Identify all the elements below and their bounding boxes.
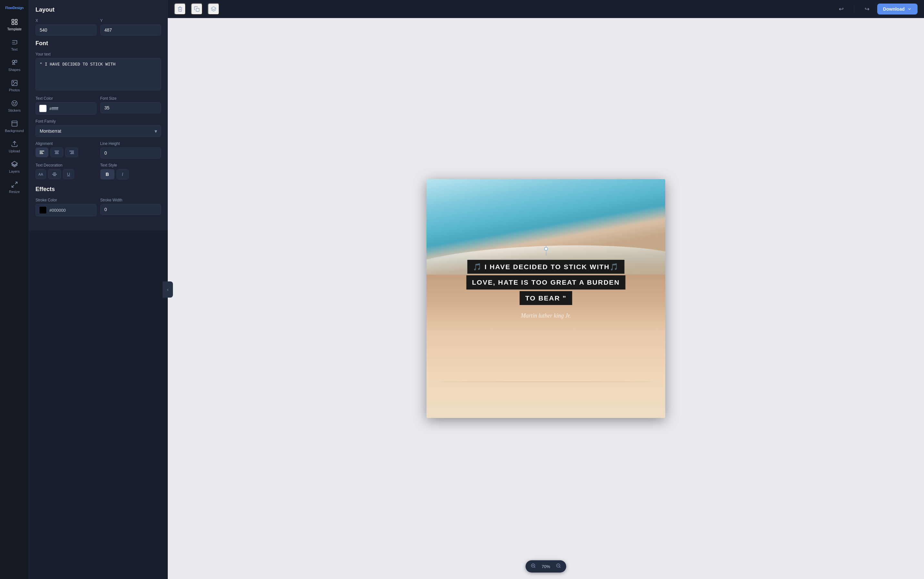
- svg-rect-3: [15, 23, 17, 25]
- app-logo: FlowDesign: [4, 3, 25, 15]
- align-left-button[interactable]: [36, 147, 48, 157]
- line-height-group: Line Height: [100, 141, 161, 159]
- align-center-icon: [54, 150, 59, 155]
- x-label: X: [36, 18, 96, 23]
- redo-button[interactable]: ↪: [862, 3, 872, 15]
- svg-rect-21: [71, 152, 74, 153]
- stroke-width-input[interactable]: [100, 204, 161, 215]
- stroke-color-input[interactable]: #000000: [36, 204, 96, 216]
- bold-button[interactable]: B: [100, 169, 114, 180]
- effects-section: Effects Stroke Color #000000 Stroke Widt…: [36, 186, 161, 216]
- svg-rect-2: [11, 23, 13, 25]
- your-text-label: Your text: [36, 52, 161, 56]
- quote-text-line1: 🎵 I HAVE DECIDED TO STICK WITH🎵: [467, 260, 625, 274]
- photos-icon: [11, 79, 18, 87]
- zoom-in-icon: [531, 563, 536, 568]
- sidebar-label-shapes: Shapes: [8, 68, 20, 72]
- sidebar-item-resize[interactable]: Resize: [0, 177, 29, 198]
- svg-rect-26: [196, 8, 199, 11]
- svg-rect-17: [54, 151, 59, 151]
- text-input[interactable]: " I HAVE DECIDED TO STICK WITH: [36, 58, 161, 90]
- text-color-group: Text Color #ffffff: [36, 96, 96, 114]
- color-size-row: Text Color #ffffff Font Size: [36, 96, 161, 114]
- svg-rect-23: [52, 174, 57, 175]
- design-canvas[interactable]: 🎵 I HAVE DECIDED TO STICK WITH🎵 LOVE, HA…: [426, 179, 665, 418]
- text-color-hex: #ffffff: [49, 106, 59, 111]
- alignment-buttons: [36, 147, 96, 157]
- resize-icon: [11, 181, 18, 188]
- sidebar-item-photos[interactable]: Photos: [0, 75, 29, 96]
- italic-button[interactable]: I: [116, 169, 129, 180]
- sidebar-label-resize: Resize: [9, 190, 20, 194]
- alignment-label: Alignment: [36, 141, 96, 146]
- zoom-controls: 70%: [526, 560, 566, 572]
- svg-point-4: [12, 61, 14, 63]
- sidebar-item-stickers[interactable]: Stickers: [0, 96, 29, 116]
- sidebar-label-background: Background: [5, 129, 24, 132]
- svg-rect-25: [53, 175, 56, 176]
- sidebar-label-layers: Layers: [9, 169, 20, 173]
- main-area: ↩ ↪ Download 🎵 I HAVE DEC: [168, 0, 924, 579]
- zoom-out-button[interactable]: [553, 561, 564, 571]
- copy-button[interactable]: [191, 3, 202, 15]
- font-size-label: Font Size: [100, 96, 161, 101]
- line-height-input[interactable]: [100, 147, 161, 159]
- svg-rect-16: [40, 153, 43, 154]
- x-field-group: X: [36, 18, 96, 36]
- svg-rect-0: [11, 20, 13, 21]
- svg-rect-22: [70, 153, 74, 154]
- canvas-text-block[interactable]: 🎵 I HAVE DECIDED TO STICK WITH🎵 LOVE, HA…: [444, 258, 648, 319]
- align-right-button[interactable]: [65, 147, 78, 157]
- left-sidebar: FlowDesign Template Text Shapes Photos: [0, 0, 29, 579]
- align-left-icon: [40, 150, 44, 155]
- zoom-in-button[interactable]: [528, 561, 539, 571]
- font-size-group: Font Size: [100, 96, 161, 114]
- quote-line-1: 🎵 I HAVE DECIDED TO STICK WITH🎵: [444, 260, 648, 275]
- stroke-color-group: Stroke Color #000000: [36, 198, 96, 216]
- toolbar-divider: [854, 5, 854, 13]
- svg-rect-11: [11, 121, 17, 126]
- text-color-input[interactable]: #ffffff: [36, 102, 96, 114]
- sidebar-item-layers[interactable]: Layers: [0, 157, 29, 177]
- layers-toolbar-button[interactable]: [208, 3, 219, 15]
- sidebar-item-template[interactable]: Template: [0, 15, 29, 35]
- grid-icon: [11, 18, 18, 26]
- text-color-label: Text Color: [36, 96, 96, 101]
- svg-point-9: [13, 102, 14, 103]
- undo-button[interactable]: ↩: [836, 3, 846, 15]
- attribution-text: Martin luther king Jr.: [444, 312, 648, 319]
- alignment-lineheight-row: Alignment: [36, 141, 161, 159]
- delete-button[interactable]: [174, 3, 186, 15]
- sidebar-label-template: Template: [7, 27, 21, 31]
- strikethrough-icon: [52, 172, 57, 177]
- align-center-button[interactable]: [50, 147, 63, 157]
- text-underline-button[interactable]: U: [63, 169, 74, 179]
- panel-toggle-button[interactable]: ‹: [163, 281, 173, 298]
- decoration-buttons: AA U: [36, 169, 96, 179]
- font-family-select[interactable]: Montserrat Arial Georgia Times New Roman…: [36, 125, 161, 137]
- text-aa-button[interactable]: AA: [36, 169, 46, 179]
- sidebar-item-shapes[interactable]: Shapes: [0, 55, 29, 75]
- font-size-input[interactable]: [100, 102, 161, 113]
- sidebar-item-background[interactable]: Background: [0, 116, 29, 137]
- download-button[interactable]: Download: [877, 3, 917, 15]
- svg-line-33: [560, 567, 560, 568]
- stroke-row: Stroke Color #000000 Stroke Width: [36, 198, 161, 216]
- sidebar-item-upload[interactable]: Upload: [0, 137, 29, 157]
- stroke-color-label: Stroke Color: [36, 198, 96, 202]
- svg-rect-20: [69, 151, 74, 151]
- y-input[interactable]: [100, 25, 161, 36]
- properties-panel: Layout X Y Font Your text " I HAVE DECID…: [29, 0, 168, 231]
- background-icon: [11, 120, 18, 127]
- download-label: Download: [883, 7, 904, 11]
- svg-rect-18: [55, 152, 59, 153]
- sidebar-item-text[interactable]: Text: [0, 35, 29, 55]
- svg-point-10: [15, 102, 15, 103]
- text-decoration-label: Text Decoration: [36, 163, 96, 167]
- x-input[interactable]: [36, 25, 96, 36]
- text-strikethrough-button[interactable]: [48, 169, 61, 179]
- sand-line: [438, 381, 653, 382]
- style-buttons: B I: [100, 169, 161, 180]
- svg-rect-5: [15, 61, 16, 62]
- decoration-style-row: Text Decoration AA U Text Style: [36, 163, 161, 180]
